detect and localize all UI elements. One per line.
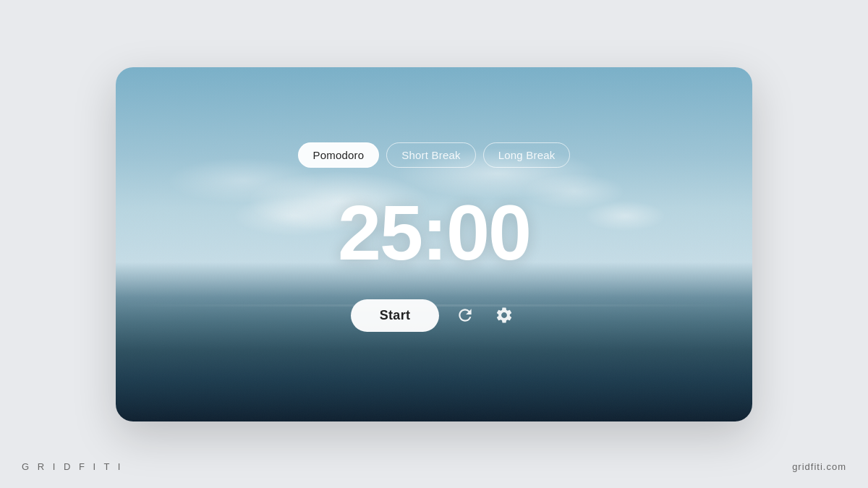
content: Pomodoro Short Break Long Break 25:00 St… (116, 67, 752, 421)
reset-button[interactable] (452, 302, 478, 328)
timer-display: 25:00 (338, 194, 530, 272)
tab-pomodoro[interactable]: Pomodoro (298, 142, 380, 168)
gear-icon (495, 306, 514, 325)
branding-right: gridfiti.com (792, 461, 846, 472)
tab-short-break[interactable]: Short Break (386, 142, 475, 168)
app-card: Pomodoro Short Break Long Break 25:00 St… (116, 67, 752, 421)
settings-button[interactable] (491, 302, 517, 328)
tabs-container: Pomodoro Short Break Long Break (298, 142, 571, 168)
controls-row: Start (351, 299, 518, 332)
tab-long-break[interactable]: Long Break (483, 142, 571, 168)
branding-left: G R I D F I T I (22, 461, 123, 472)
reset-icon (456, 306, 475, 325)
start-button[interactable]: Start (351, 299, 440, 332)
